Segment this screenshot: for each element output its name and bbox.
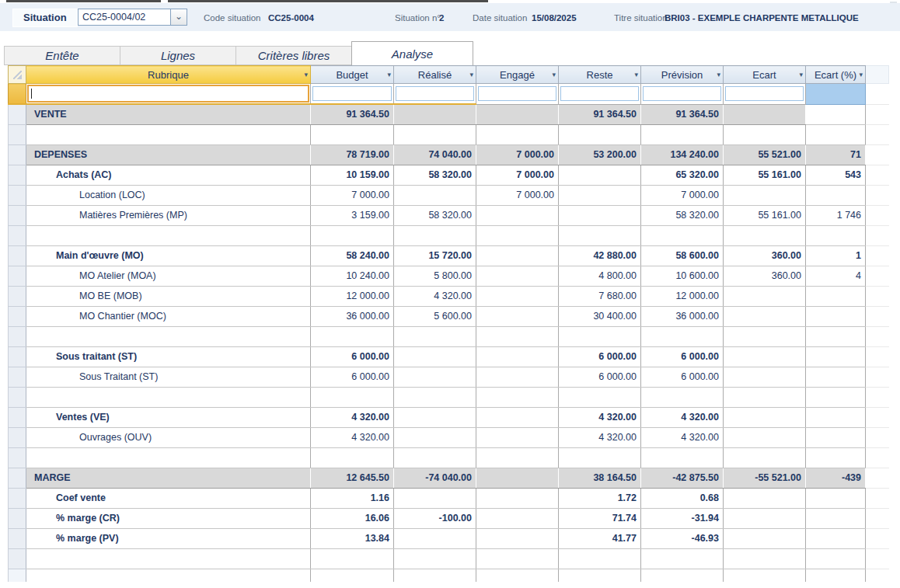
value-cell-ecart[interactable] [724,387,806,407]
value-cell-ecart-%-[interactable]: 1 [806,245,866,266]
value-cell-pr-vision[interactable]: -42 875.50 [641,468,724,488]
tab-crit-res-libres[interactable]: Critères libres [235,46,352,65]
filter-input[interactable] [312,86,392,101]
value-cell-engag-[interactable] [476,548,559,569]
value-cell-engag-[interactable] [476,124,559,144]
value-cell-r-alis-[interactable]: 58 320.00 [394,165,476,185]
value-cell-budget[interactable]: 1.16 [311,488,394,508]
tab-analyse[interactable]: Analyse [351,41,473,65]
value-cell-r-alis-[interactable] [394,447,476,468]
filter-dropdown-icon[interactable]: ▾ [552,71,556,78]
column-header-r-alis-[interactable]: Réalisé▾ [394,66,476,84]
value-cell-engag-[interactable] [476,104,559,124]
rubrique-filter-input[interactable] [27,85,309,103]
value-cell-ecart[interactable] [724,286,806,306]
value-cell-reste[interactable] [559,447,641,468]
row-selector[interactable] [9,528,26,548]
value-cell-ecart-%-[interactable] [806,508,866,528]
value-cell-ecart[interactable] [724,225,806,245]
value-cell-ecart[interactable] [724,367,806,387]
filter-dropdown-icon[interactable]: ▾ [634,71,638,78]
filter-dropdown-icon[interactable]: ▾ [304,71,308,78]
value-cell-budget[interactable] [311,569,394,582]
value-cell-ecart[interactable]: 55 521.00 [724,144,806,165]
value-cell-budget[interactable] [311,387,394,407]
value-cell-reste[interactable]: 1.72 [559,488,641,508]
value-cell-pr-vision[interactable]: -46.93 [641,528,724,548]
value-cell-r-alis-[interactable] [394,488,476,508]
value-cell-ecart-%-[interactable] [806,124,866,144]
value-cell-pr-vision[interactable]: 4 320.00 [641,407,724,427]
value-cell-ecart[interactable] [724,185,806,205]
filter-dropdown-icon[interactable]: ▾ [859,71,863,78]
filter-cell-rubrique[interactable] [26,84,311,105]
value-cell-r-alis-[interactable] [394,104,476,124]
value-cell-r-alis-[interactable]: -74 040.00 [394,468,476,488]
row-selector[interactable] [9,144,26,165]
row-selector[interactable] [9,165,26,185]
value-cell-r-alis-[interactable] [394,124,476,144]
value-cell-reste[interactable]: 7 680.00 [559,286,641,306]
rubrique-cell[interactable]: Sous Traitant (ST) [26,367,311,387]
row-selector[interactable] [9,488,26,508]
value-cell-budget[interactable]: 16.06 [311,508,394,528]
rubrique-cell[interactable]: Ventes (VE) [26,407,311,427]
value-cell-ecart-%-[interactable] [806,185,866,205]
value-cell-reste[interactable] [559,165,641,185]
value-cell-pr-vision[interactable] [641,447,724,468]
value-cell-pr-vision[interactable] [641,387,724,407]
value-cell-budget[interactable]: 4 320.00 [311,427,394,447]
empty-rubrique-cell[interactable] [26,225,311,245]
rubrique-cell[interactable]: MO BE (MOB) [26,286,311,306]
value-cell-reste[interactable] [559,569,641,582]
value-cell-r-alis-[interactable] [394,367,476,387]
value-cell-ecart[interactable]: 55 161.00 [724,165,806,185]
rubrique-cell[interactable]: Coef vente [26,488,311,508]
value-cell-engag-[interactable] [476,346,559,367]
value-cell-engag-[interactable] [476,447,559,468]
filter-cell-r-alis-[interactable] [394,84,476,105]
tab-lignes[interactable]: Lignes [120,46,236,65]
row-selector[interactable] [9,346,26,367]
value-cell-r-alis-[interactable] [394,185,476,205]
row-selector[interactable] [9,548,26,569]
value-cell-budget[interactable] [311,124,394,144]
filter-cell-pr-vision[interactable] [641,84,724,105]
filter-cell-ecart[interactable] [724,84,806,105]
value-cell-engag-[interactable] [476,407,559,427]
value-cell-pr-vision[interactable]: 58 600.00 [641,245,724,266]
value-cell-pr-vision[interactable]: 12 000.00 [641,286,724,306]
value-cell-reste[interactable]: 38 164.50 [559,468,641,488]
value-cell-reste[interactable]: 71.74 [559,508,641,528]
column-header-reste[interactable]: Reste▾ [559,66,641,84]
situation-combobox[interactable]: CC25-0004/02 ⌄ [78,9,187,26]
filter-input[interactable] [478,86,556,101]
empty-rubrique-cell[interactable] [26,447,311,468]
row-selector[interactable] [9,205,26,225]
rubrique-cell[interactable]: Ouvrages (OUV) [26,427,311,447]
filter-cell-reste[interactable] [559,84,641,105]
value-cell-ecart-%-[interactable]: 543 [806,165,866,185]
value-cell-pr-vision[interactable]: 65 320.00 [641,165,724,185]
value-cell-budget[interactable] [311,548,394,569]
rubrique-cell[interactable]: Matières Premières (MP) [26,205,311,225]
row-selector[interactable] [9,468,26,488]
value-cell-budget[interactable]: 6 000.00 [311,367,394,387]
rubrique-cell[interactable]: MARGE [26,468,311,488]
rubrique-cell[interactable]: % marge (CR) [26,508,311,528]
value-cell-reste[interactable]: 6 000.00 [559,346,641,367]
value-cell-ecart-%-[interactable] [806,488,866,508]
active-row-selector[interactable] [9,84,26,105]
value-cell-r-alis-[interactable]: 15 720.00 [394,245,476,266]
row-selector[interactable] [9,367,26,387]
value-cell-r-alis-[interactable] [394,548,476,569]
filter-input[interactable] [560,86,639,101]
value-cell-ecart-%-[interactable]: 4 [806,266,866,286]
column-header-rubrique[interactable]: Rubrique▾ [26,66,311,84]
value-cell-pr-vision[interactable]: 91 364.50 [641,104,724,124]
value-cell-budget[interactable]: 36 000.00 [311,306,394,326]
value-cell-engag-[interactable] [476,306,559,326]
row-selector[interactable] [9,286,26,306]
value-cell-pr-vision[interactable]: 36 000.00 [641,306,724,326]
column-header-ecart[interactable]: Ecart▾ [724,66,806,84]
